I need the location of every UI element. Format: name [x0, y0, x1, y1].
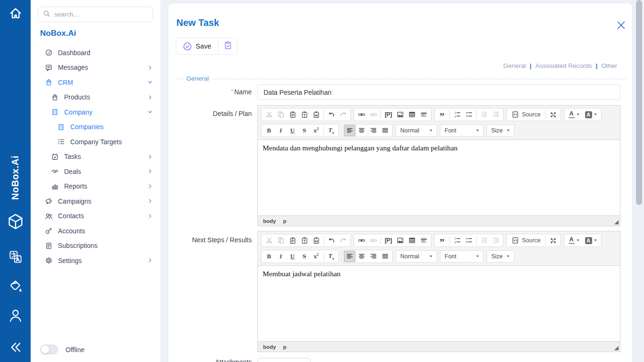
remove-format-button[interactable]: Tx	[325, 251, 337, 262]
outdent-button[interactable]	[478, 235, 490, 246]
placeholder-button[interactable]: [P]	[382, 235, 394, 246]
superscript-button[interactable]: x2	[310, 125, 322, 136]
tab-assosiated-records[interactable]: Assosiated Records	[535, 62, 592, 69]
image-button[interactable]	[394, 109, 406, 120]
collapse-sidebar-icon[interactable]	[8, 340, 23, 354]
placeholder-button[interactable]: [P]	[382, 109, 394, 120]
indent-button[interactable]	[490, 109, 502, 120]
sidebar-item-dashboard[interactable]: Dashboard	[31, 45, 160, 60]
align-right-button[interactable]	[367, 251, 379, 262]
sidebar-item-settings[interactable]: Settings	[31, 253, 160, 268]
profile-icon[interactable]	[8, 308, 23, 323]
align-left-button[interactable]	[344, 251, 355, 262]
maximize-button[interactable]	[547, 109, 559, 120]
align-right-button[interactable]	[367, 125, 379, 136]
italic-button[interactable]: I	[275, 251, 287, 262]
image-button[interactable]	[394, 235, 406, 246]
page-scrollbar-track[interactable]	[635, 0, 644, 362]
save-button[interactable]: Save	[176, 38, 218, 54]
align-left-button[interactable]	[344, 125, 355, 136]
paste-button[interactable]	[287, 235, 298, 246]
source-button[interactable]: Source	[508, 109, 544, 120]
next-steps-editor-content[interactable]: Membuat jadwal pelatihan	[258, 266, 620, 341]
sidebar-item-campaigns[interactable]: Campaigns	[31, 194, 160, 209]
sidebar-item-tasks[interactable]: Tasks	[31, 149, 160, 165]
offline-toggle[interactable]	[40, 345, 58, 354]
undo-button[interactable]	[325, 109, 337, 120]
copy-button[interactable]	[275, 235, 287, 246]
bulleted-list-button[interactable]	[463, 109, 475, 120]
superscript-button[interactable]: x2	[310, 251, 322, 262]
sidebar-item-companies[interactable]: Companies	[31, 120, 160, 135]
search-input[interactable]	[54, 11, 148, 18]
sidebar-item-company[interactable]: Company	[31, 105, 160, 120]
italic-button[interactable]: I	[275, 125, 287, 136]
size-style-combo[interactable]: Size	[487, 124, 514, 137]
copy-button[interactable]	[275, 109, 287, 120]
font-style-combo[interactable]: Font	[440, 124, 484, 137]
paste-button[interactable]	[287, 109, 298, 120]
name-input[interactable]	[257, 84, 620, 100]
element-path-p[interactable]: p	[283, 344, 286, 350]
paste-text-button[interactable]	[298, 235, 310, 246]
redo-button[interactable]	[337, 235, 349, 246]
bold-button[interactable]: B	[263, 125, 275, 136]
blockquote-button[interactable]: ”	[436, 235, 448, 246]
remove-format-button[interactable]: Tx	[325, 125, 337, 136]
sidebar-item-products[interactable]: Products	[31, 90, 160, 105]
indent-button[interactable]	[490, 235, 502, 246]
normal-style-combo[interactable]: Normal	[396, 124, 437, 137]
underline-button[interactable]: U	[287, 251, 298, 262]
strike-button[interactable]: S	[298, 251, 310, 262]
numbered-list-button[interactable]: 12	[451, 235, 463, 246]
sidebar-item-subscriptions[interactable]: Subscriptions	[31, 239, 160, 254]
home-icon[interactable]	[8, 6, 23, 20]
resize-handle-icon[interactable]	[614, 220, 619, 224]
align-justify-button[interactable]	[379, 125, 391, 136]
table-button[interactable]	[406, 109, 418, 120]
horizontal-rule-button[interactable]	[418, 109, 429, 120]
paint-bucket-icon[interactable]	[8, 279, 23, 293]
align-center-button[interactable]	[355, 251, 367, 262]
cut-button[interactable]	[263, 109, 275, 120]
tab-general[interactable]: General	[504, 62, 526, 69]
paste-word-button[interactable]	[310, 109, 322, 120]
element-path-body[interactable]: body	[263, 218, 276, 224]
sidebar-item-crm[interactable]: CRM	[31, 75, 160, 90]
attachments-upload-button[interactable]	[257, 358, 311, 362]
close-icon[interactable]	[616, 20, 626, 31]
sidebar-item-company-targets[interactable]: Company Targets	[31, 134, 160, 149]
unlink-button[interactable]	[367, 235, 379, 246]
cut-button[interactable]	[263, 235, 275, 246]
sidebar-item-messages[interactable]: Messages	[31, 60, 160, 75]
redo-button[interactable]	[337, 109, 349, 120]
link-button[interactable]	[355, 235, 367, 246]
align-justify-button[interactable]	[379, 251, 391, 262]
underline-button[interactable]: U	[287, 125, 298, 136]
strike-button[interactable]: S	[298, 125, 310, 136]
sidebar-item-contacts[interactable]: Contacts	[31, 209, 160, 224]
resize-handle-icon[interactable]	[614, 346, 619, 350]
page-scrollbar-thumb[interactable]	[636, 0, 642, 205]
align-center-button[interactable]	[355, 125, 367, 136]
maximize-button[interactable]	[547, 235, 559, 246]
element-path-body[interactable]: body	[263, 344, 276, 350]
element-path-p[interactable]: p	[283, 218, 286, 224]
tab-other[interactable]: Other	[601, 62, 617, 69]
source-button[interactable]: Source	[508, 235, 544, 246]
paste-word-button[interactable]	[310, 235, 322, 246]
blockquote-button[interactable]: ”	[436, 109, 448, 120]
paste-text-button[interactable]	[298, 109, 310, 120]
text-color-button[interactable]: A	[566, 235, 582, 246]
text-color-button[interactable]: A	[566, 109, 582, 120]
sidebar-item-deals[interactable]: Deals	[31, 164, 160, 179]
font-style-combo[interactable]: Font	[440, 250, 484, 263]
sidebar-item-reports[interactable]: Reports	[31, 179, 160, 194]
details-editor-content[interactable]: Mendata dan menghubungi pelanggan yang d…	[258, 140, 620, 215]
bg-color-button[interactable]: A	[582, 235, 600, 246]
normal-style-combo[interactable]: Normal	[396, 250, 437, 263]
numbered-list-button[interactable]: 12	[451, 109, 463, 120]
table-button[interactable]	[406, 235, 418, 246]
unlink-button[interactable]	[367, 109, 379, 120]
translate-icon[interactable]	[8, 250, 23, 264]
